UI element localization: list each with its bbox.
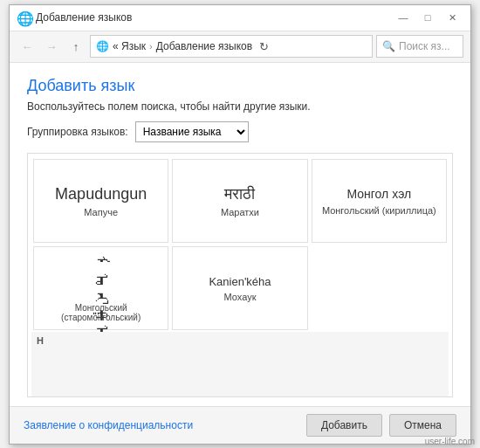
- address-icon: 🌐: [96, 40, 109, 52]
- search-bar[interactable]: 🔍 Поиск яз...: [376, 35, 463, 58]
- page-title: Добавить язык: [27, 77, 453, 95]
- up-button[interactable]: ↑: [65, 36, 86, 57]
- lang-item-mapudungun[interactable]: Mapudungun Мапуче: [33, 159, 168, 243]
- main-window: 🌐 Добавление языков — □ ✕ ← → ↑ 🌐 « Язык…: [9, 4, 471, 445]
- lang-item-mongolian-old[interactable]: ᠮᠣᠩᠭᠣᠯ Монгольский (старомонгольский): [33, 246, 168, 330]
- lang-script: Монгол хэл: [346, 187, 411, 202]
- window-title: Добавление языков: [36, 11, 132, 24]
- maximize-button[interactable]: □: [416, 9, 439, 26]
- lang-script: मराठी: [224, 185, 255, 204]
- language-grid: Mapudungun Мапуче मराठी Маратхи Монгол х…: [28, 154, 452, 396]
- bottom-bar: Заявление о конфиденциальности Добавить …: [10, 406, 470, 444]
- privacy-link[interactable]: Заявление о конфиденциальности: [24, 419, 193, 431]
- back-button[interactable]: ←: [17, 36, 38, 57]
- lang-item-mohawk[interactable]: Kanien'kéha Мохаук: [172, 246, 307, 330]
- close-button[interactable]: ✕: [441, 9, 463, 26]
- lang-script: ᠮᠣᠩᠭᠣᠯ: [91, 256, 112, 300]
- subtitle: Воспользуйтесь полем поиска, чтобы найти…: [27, 100, 453, 113]
- nav-bar: ← → ↑ 🌐 « Язык › Добавление языков ↻ 🔍 П…: [10, 31, 470, 63]
- address-path1: « Язык: [113, 40, 146, 52]
- forward-button[interactable]: →: [41, 36, 62, 57]
- language-grid-container: Mapudungun Мапуче मराठी Маратхи Монгол х…: [27, 153, 453, 397]
- bottom-buttons: Добавить Отмена: [306, 414, 456, 437]
- lang-name: Маратхи: [221, 207, 259, 217]
- refresh-button[interactable]: ↻: [259, 40, 269, 53]
- lang-item-marathi[interactable]: मराठी Маратхи: [172, 159, 307, 243]
- group-row: Группировка языков: Название языка Регио…: [27, 121, 453, 142]
- title-bar-left: 🌐 Добавление языков: [17, 10, 132, 24]
- minimize-button[interactable]: —: [392, 9, 415, 26]
- lang-script: Kanien'kéha: [209, 275, 271, 289]
- group-label: Группировка языков:: [27, 126, 128, 138]
- content-area: Добавить язык Воспользуйтесь полем поиск…: [10, 63, 470, 406]
- title-bar: 🌐 Добавление языков — □ ✕: [10, 5, 470, 31]
- group-select[interactable]: Название языка Регион: [135, 121, 249, 142]
- address-separator1: ›: [149, 41, 153, 52]
- lang-name: Мапуче: [84, 207, 118, 217]
- lang-script: Mapudungun: [55, 185, 147, 204]
- add-button[interactable]: Добавить: [306, 414, 382, 437]
- lang-name: Монгольский (старомонгольский): [39, 303, 162, 322]
- window-icon: 🌐: [17, 10, 31, 24]
- search-placeholder: Поиск яз...: [399, 40, 450, 52]
- address-path2: Добавление языков: [156, 40, 252, 52]
- section-label-h: Н: [31, 332, 449, 396]
- lang-name: Монгольский (кириллица): [322, 205, 436, 216]
- cancel-button[interactable]: Отмена: [389, 414, 456, 437]
- title-bar-controls: — □ ✕: [392, 9, 463, 26]
- lang-item-mongolian-cyrillic[interactable]: Монгол хэл Монгольский (кириллица): [312, 159, 447, 243]
- address-bar[interactable]: 🌐 « Язык › Добавление языков ↻: [90, 35, 373, 58]
- search-icon: 🔍: [382, 40, 395, 52]
- lang-name: Мохаук: [224, 292, 257, 302]
- watermark: user-life.com: [425, 437, 475, 446]
